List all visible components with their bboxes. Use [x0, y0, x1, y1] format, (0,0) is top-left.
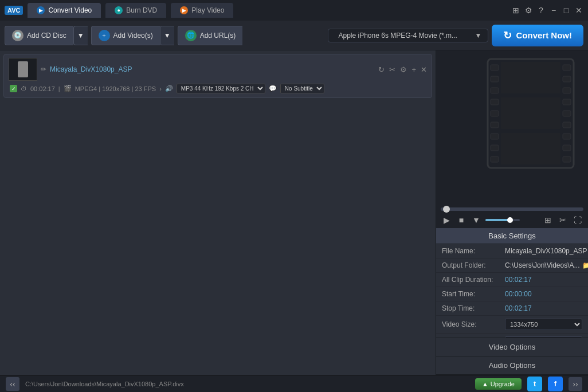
settings-panel: Basic Settings File Name: Micayala_DivX1… [436, 228, 588, 338]
bottom-options: Video Options Audio Options [436, 338, 588, 375]
add-video-icon: + [99, 30, 110, 41]
edit-icon: ✏ [41, 65, 46, 73]
start-time-value: 00:00:00 [505, 290, 582, 298]
stop-button[interactable]: ■ [456, 214, 467, 226]
fullscreen-icon[interactable]: ⛶ [572, 214, 583, 226]
svg-rect-8 [491, 145, 499, 151]
svg-rect-10 [563, 65, 571, 70]
format-selector[interactable]: Apple iPhone 6s MPEG-4 Movie (*.m... ▼ [328, 29, 488, 42]
browse-folder-button[interactable]: 📁 [582, 261, 589, 269]
subtitle-select[interactable]: No Subtitle [280, 84, 324, 93]
settings-icon[interactable]: ⊞ [511, 6, 520, 15]
prev-nav-button[interactable]: ‹‹ [6, 377, 19, 391]
setting-file-name: File Name: Micayala_DivX1080p_ASP [436, 244, 588, 258]
play-video-icon: ▶ [180, 6, 188, 14]
file-header: ✏ Micayala_DivX1080p_ASP ↻ ✂ ⚙ + ✕ [6, 57, 429, 82]
setting-stop-time: Stop Time: 00:02:17 [436, 301, 588, 316]
facebook-button[interactable]: f [548, 377, 563, 391]
add-video-button[interactable]: + Add Video(s) [91, 26, 160, 45]
next-nav-button[interactable]: ›› [569, 377, 582, 391]
status-file-path: C:\Users\Jon\Downloads\Micayala_DivX1080… [25, 381, 469, 387]
tab-convert-video-label: Convert Video [48, 6, 92, 14]
svg-rect-7 [491, 134, 499, 139]
maximize-button[interactable]: □ [562, 6, 571, 15]
output-folder-label: Output Folder: [442, 261, 505, 269]
play-button[interactable]: ▶ [441, 214, 452, 226]
tab-burn-dvd-label: Burn DVD [126, 6, 157, 14]
basic-settings-header: Basic Settings [436, 228, 588, 244]
svg-rect-9 [491, 156, 499, 162]
add-cd-group: 💿 Add CD Disc ▼ [5, 26, 88, 45]
convert-now-button[interactable]: ↻ Convert Now! [492, 25, 584, 46]
titlebar: AVC ▶ Convert Video ● Burn DVD ▶ Play Vi… [0, 0, 588, 21]
tab-burn-dvd[interactable]: ● Burn DVD [105, 3, 166, 18]
setting-video-size: Video Size: 1334x750 [436, 316, 588, 334]
setting-output-folder: Output Folder: C:\Users\Jon\Videos\A... … [436, 258, 588, 273]
window-controls: ⊞ ⚙ ? − □ ✕ [511, 6, 583, 15]
svg-rect-5 [491, 111, 499, 116]
stop-time-value: 00:02:17 [505, 304, 582, 312]
add-video-label: Add Video(s) [113, 32, 153, 40]
file-item: ✏ Micayala_DivX1080p_ASP ↻ ✂ ⚙ + ✕ ✓ ⏱ 0… [3, 54, 432, 98]
svg-rect-11 [563, 76, 571, 82]
add-url-button[interactable]: 🌐 Add URL(s) [178, 26, 243, 45]
tab-convert-video[interactable]: ▶ Convert Video [28, 3, 101, 18]
svg-rect-6 [491, 122, 499, 128]
svg-rect-18 [563, 156, 571, 162]
format-text: Apple iPhone 6s MPEG-4 Movie (*.m... [339, 32, 471, 40]
minimize-button[interactable]: − [549, 6, 558, 15]
add-cd-dropdown[interactable]: ▼ [73, 26, 88, 45]
add-video-dropdown[interactable]: ▼ [160, 26, 174, 45]
help-icon[interactable]: ? [536, 6, 546, 15]
file-list-panel: ✏ Micayala_DivX1080p_ASP ↻ ✂ ⚙ + ✕ ✓ ⏱ 0… [0, 50, 436, 375]
convert-video-icon: ▶ [37, 6, 45, 14]
volume-slider[interactable] [485, 219, 520, 221]
svg-rect-12 [563, 88, 571, 93]
svg-rect-2 [491, 76, 499, 82]
player-bar: ▶ ■ ▼ ⊞ ✂ ⛶ [436, 205, 588, 228]
add-file-icon[interactable]: + [411, 65, 416, 74]
svg-rect-1 [491, 65, 499, 70]
format-chevron-icon: ▼ [475, 32, 482, 40]
svg-rect-3 [491, 88, 499, 93]
audio-options-button[interactable]: Audio Options [436, 356, 588, 375]
twitter-button[interactable]: t [527, 377, 542, 391]
svg-rect-13 [563, 99, 571, 105]
video-format-icon: 🎬 [64, 85, 72, 92]
add-cd-button[interactable]: 💿 Add CD Disc [5, 26, 73, 45]
thumb-figure [18, 61, 28, 77]
seek-thumb [443, 206, 450, 213]
start-time-label: Start Time: [442, 290, 505, 298]
close-file-icon[interactable]: ✕ [421, 65, 427, 74]
audio-track-select[interactable]: MP3 44 KHz 192 Kbps 2 CH [177, 84, 265, 93]
setting-clip-duration: All Clip Duration: 00:02:17 [436, 273, 588, 287]
video-size-select[interactable]: 1334x750 [505, 319, 582, 330]
upgrade-button[interactable]: ▲ Upgrade [475, 378, 522, 390]
upgrade-label: Upgrade [491, 381, 515, 387]
file-info-row: ✓ ⏱ 00:02:17 | 🎬 MPEG4 | 1920x768 | 23 F… [6, 82, 429, 95]
file-title: Micayala_DivX1080p_ASP [50, 65, 375, 73]
close-button[interactable]: ✕ [574, 6, 583, 15]
svg-rect-21 [501, 133, 560, 164]
scissors-icon[interactable]: ✂ [389, 65, 395, 74]
right-panel: ▶ ■ ▼ ⊞ ✂ ⛶ Basic Settings File Name: Mi… [436, 50, 588, 375]
clock-icon: ⏱ [21, 85, 27, 92]
video-options-button[interactable]: Video Options [436, 338, 588, 356]
refresh-file-icon[interactable]: ↻ [378, 65, 385, 74]
svg-rect-14 [563, 111, 571, 116]
volume-thumb [507, 217, 513, 223]
file-name-label: File Name: [442, 247, 505, 255]
add-url-label: Add URL(s) [200, 32, 236, 40]
preview-area [436, 50, 588, 205]
enable-checkbox[interactable]: ✓ [10, 85, 17, 92]
gear-icon[interactable]: ⚙ [524, 6, 533, 15]
arrow-sep: › [159, 85, 162, 92]
cut-icon[interactable]: ✂ [557, 214, 569, 226]
audio-icon: 🔊 [165, 85, 173, 92]
screenshot-icon[interactable]: ⊞ [542, 214, 554, 226]
seek-bar[interactable] [441, 207, 583, 211]
settings-file-icon[interactable]: ⚙ [400, 65, 407, 74]
volume-fill [485, 219, 508, 221]
setting-quality: Quality: Normal [436, 334, 588, 338]
tab-play-video[interactable]: ▶ Play Video [171, 3, 233, 18]
